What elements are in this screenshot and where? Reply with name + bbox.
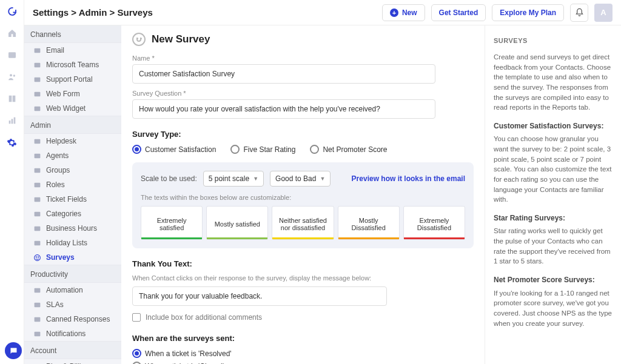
- calendar-icon: [33, 239, 41, 247]
- svg-rect-15: [34, 197, 40, 202]
- sidebar-item-surveys[interactable]: Surveys: [24, 250, 121, 265]
- question-input[interactable]: [132, 99, 435, 119]
- sidebar-item-agents[interactable]: Agents: [24, 148, 121, 163]
- scale-cell[interactable]: Extremely satisfied: [141, 206, 203, 240]
- sidebar-item-microsoft-teams[interactable]: Microsoft Teams: [24, 58, 121, 72]
- scale-cell[interactable]: Mostly Dissatisfied: [338, 206, 400, 240]
- roles-icon: [33, 180, 41, 189]
- scale-panel: Scale to be used: 5 point scale▼ Good to…: [132, 162, 474, 248]
- svg-rect-5: [13, 117, 15, 124]
- scale-select[interactable]: 5 point scale▼: [203, 171, 264, 187]
- survey-type-label: Survey Type:: [132, 130, 474, 139]
- svg-rect-4: [11, 119, 13, 124]
- sidebar-item-label: Agents: [46, 151, 69, 160]
- sidebar-item-holiday-lists[interactable]: Holiday Lists: [24, 236, 121, 250]
- rail-home-icon[interactable]: [7, 28, 18, 39]
- survey-type-net-promoter-score[interactable]: Net Promoter Score: [310, 145, 387, 154]
- scale-cell[interactable]: Mostly satisfied: [206, 206, 268, 240]
- survey-type-customer-satisfaction[interactable]: Customer Satisfaction: [132, 145, 216, 154]
- help-s1-title: Customer Satisfaction Surveys:: [494, 121, 613, 131]
- scale-bar: [338, 237, 399, 239]
- sidebar-item-label: Canned Responses: [46, 315, 110, 323]
- mail-icon: [33, 46, 41, 55]
- rail-settings-icon[interactable]: [7, 137, 18, 148]
- name-input[interactable]: [132, 64, 435, 84]
- sidebar-item-web-widget[interactable]: Web Widget: [24, 101, 121, 116]
- new-button[interactable]: +New: [382, 4, 425, 21]
- rail-reports-icon[interactable]: [7, 115, 18, 126]
- scale-bar: [272, 237, 333, 239]
- include-comments-row[interactable]: Include box for additional comments: [132, 313, 474, 322]
- scale-bar: [404, 237, 465, 239]
- survey-type-five-star-rating[interactable]: Five Star Rating: [230, 145, 295, 154]
- scale-cell-text: Extremely Dissatisfied: [408, 217, 461, 231]
- sidebar-item-plan-billing[interactable]: Plan & Billing: [24, 359, 121, 364]
- sidebar-item-automation[interactable]: Automation: [24, 283, 121, 297]
- order-select[interactable]: Good to Bad▼: [270, 171, 331, 187]
- svg-rect-10: [34, 106, 40, 111]
- help-panel: SURVEYS Create and send surveys to get d…: [485, 25, 621, 364]
- categories-icon: [33, 210, 41, 218]
- sidebar-group-header: Channels: [24, 25, 121, 43]
- rail-logo-icon[interactable]: [7, 6, 18, 17]
- rail-tickets-icon[interactable]: [7, 50, 18, 61]
- sidebar-item-categories[interactable]: Categories: [24, 207, 121, 221]
- sidebar-item-slas[interactable]: SLAs: [24, 297, 121, 312]
- chevron-down-icon: ▼: [253, 176, 258, 182]
- sidebar-item-roles[interactable]: Roles: [24, 177, 121, 192]
- chat-fab[interactable]: [5, 342, 22, 359]
- get-started-button[interactable]: Get Started: [431, 4, 486, 21]
- when-sent-radios: When a ticket is 'Resolved'When a ticket…: [132, 349, 474, 364]
- radio-label: When a ticket is 'Resolved': [145, 349, 232, 358]
- plus-icon: +: [390, 8, 398, 17]
- svg-point-2: [13, 74, 15, 76]
- breadcrumb: Settings > Admin > Surveys: [33, 7, 153, 18]
- sidebar-item-helpdesk[interactable]: Helpdesk: [24, 134, 121, 148]
- bolt-icon: [33, 286, 41, 294]
- sidebar-item-ticket-fields[interactable]: Ticket Fields: [24, 192, 121, 207]
- preview-link[interactable]: Preview how it looks in the email: [352, 174, 465, 183]
- radio-icon: [132, 349, 141, 358]
- when-sent-option[interactable]: When a ticket is 'Resolved': [132, 349, 474, 358]
- svg-rect-12: [34, 153, 40, 158]
- radio-label: Five Star Rating: [243, 145, 295, 154]
- thank-you-input[interactable]: [132, 286, 387, 306]
- scale-cell[interactable]: Neither satisfied nor dissatisfied: [272, 206, 334, 240]
- scale-bar: [141, 237, 202, 239]
- sidebar-item-business-hours[interactable]: Business Hours: [24, 221, 121, 236]
- svg-rect-9: [34, 91, 40, 96]
- help-heading: SURVEYS: [494, 36, 613, 46]
- svg-rect-16: [34, 211, 40, 216]
- sidebar-item-label: Email: [46, 46, 64, 55]
- when-sent-option[interactable]: When a ticket is 'Closed': [132, 362, 474, 364]
- rail-contacts-icon[interactable]: [7, 71, 18, 82]
- sidebar-item-canned-responses[interactable]: Canned Responses: [24, 312, 121, 326]
- sidebar-item-groups[interactable]: Groups: [24, 163, 121, 177]
- scale-cell[interactable]: Extremely Dissatisfied: [403, 206, 465, 240]
- sidebar-item-notifications[interactable]: Notifications: [24, 326, 121, 341]
- svg-rect-11: [34, 139, 40, 144]
- svg-rect-0: [8, 52, 16, 58]
- sidebar-item-label: Categories: [46, 210, 81, 218]
- radio-label: Net Promoter Score: [323, 145, 387, 154]
- sla-icon: [33, 300, 41, 309]
- sidebar-item-email[interactable]: Email: [24, 43, 121, 58]
- sidebar-item-label: Surveys: [46, 253, 75, 262]
- form-icon: [33, 90, 41, 98]
- svg-rect-3: [8, 121, 10, 124]
- sidebar-item-support-portal[interactable]: Support Portal: [24, 72, 121, 87]
- notifications-button[interactable]: [570, 4, 588, 22]
- sidebar-item-label: Helpdesk: [46, 137, 76, 145]
- svg-rect-8: [34, 77, 40, 82]
- rail-kb-icon[interactable]: [7, 93, 18, 104]
- scale-cell-text: Mostly Dissatisfied: [342, 217, 395, 231]
- help-s2-title: Star Rating Surveys:: [494, 213, 613, 223]
- svg-point-1: [10, 74, 12, 76]
- help-s3-title: Net Promoter Score Surveys:: [494, 275, 613, 285]
- avatar[interactable]: A: [594, 4, 613, 22]
- sidebar-item-label: Groups: [46, 166, 70, 174]
- explore-plan-button[interactable]: Explore My Plan: [492, 4, 564, 21]
- customize-hint: The texts within the boxes below are cus…: [141, 194, 465, 201]
- sidebar-item-web-form[interactable]: Web Form: [24, 87, 121, 101]
- checkbox-icon: [132, 313, 141, 322]
